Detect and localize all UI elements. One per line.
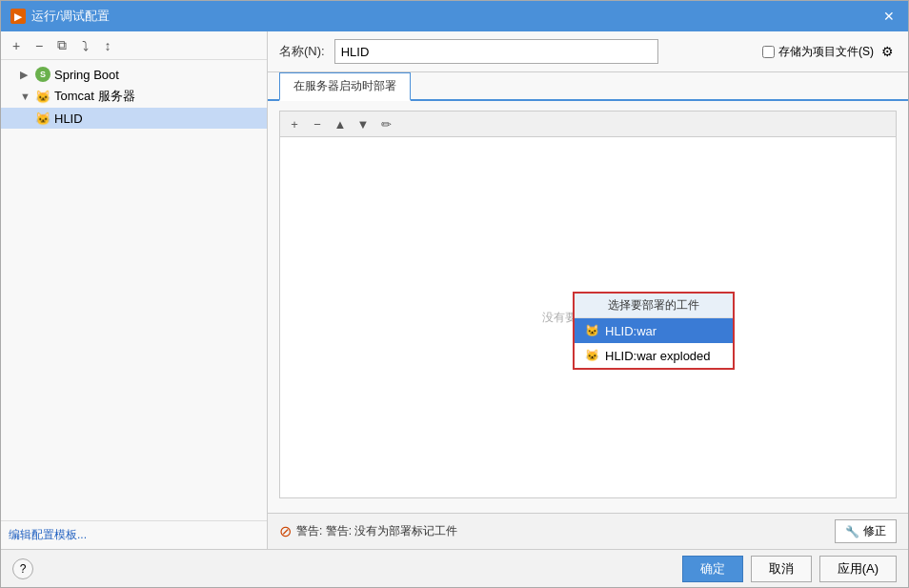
tree-item-hlid[interactable]: 🐱 HLID (1, 108, 267, 129)
add-config-button[interactable]: + (7, 36, 26, 55)
tomcat-icon: 🐱 (35, 89, 50, 104)
hlid-label: HLID (54, 112, 83, 126)
war-artifact-icon: 🐱 (584, 323, 599, 338)
fix-label: 修正 (863, 523, 886, 539)
store-label: 存储为项目文件(S) (778, 44, 874, 60)
config-tree: ▶ S Spring Boot ▼ 🐱 Tomcat 服务器 🐱 HLID (1, 60, 267, 520)
sort-config-button[interactable]: ↕ (98, 36, 117, 55)
hlid-icon: 🐱 (35, 111, 50, 126)
fix-icon: 🔧 (845, 525, 859, 538)
bottom-bar: ⊘ 警告: 警告: 没有为部署标记工件 🔧 修正 (268, 513, 908, 549)
dialog-title: 运行/调试配置 (31, 8, 110, 25)
artifact-dropdown-popup: 选择要部署的工件 🐱 HLID:war 🐱 HLID:war exploded (573, 292, 735, 370)
dialog-icon: ▶ (10, 9, 26, 24)
deploy-up-button[interactable]: ▲ (332, 115, 349, 132)
warning-text: 警告: 警告: 没有为部署标记工件 (296, 523, 457, 539)
close-button[interactable]: ✕ (879, 7, 899, 26)
store-checkbox-area: 存储为项目文件(S) ⚙ (762, 42, 897, 61)
footer: ? 确定 取消 应用(A) (1, 549, 908, 587)
deploy-remove-button[interactable]: − (309, 115, 326, 132)
dropdown-item-war[interactable]: 🐱 HLID:war (575, 318, 733, 343)
dropdown-item-war-exploded[interactable]: 🐱 HLID:war exploded (575, 343, 733, 368)
edit-templates-link[interactable]: 编辑配置模板... (9, 528, 87, 541)
spring-boot-expand-icon: ▶ (20, 69, 31, 81)
run-debug-config-dialog: ▶ 运行/调试配置 ✕ + − ⧉ ⤵ ↕ ▶ S Spring Boot (0, 0, 909, 588)
ok-button[interactable]: 确定 (682, 556, 743, 582)
gear-button[interactable]: ⚙ (878, 42, 897, 61)
main-content: + − ⧉ ⤵ ↕ ▶ S Spring Boot ▼ 🐱 Tomcat 服务器 (1, 31, 908, 549)
tab-deploy[interactable]: 在服务器启动时部署 (279, 72, 411, 101)
tree-item-spring-boot[interactable]: ▶ S Spring Boot (1, 64, 267, 85)
deploy-down-button[interactable]: ▼ (354, 115, 372, 132)
apply-button[interactable]: 应用(A) (819, 556, 897, 582)
config-toolbar: + − ⧉ ⤵ ↕ (1, 31, 267, 60)
copy-config-button[interactable]: ⧉ (52, 36, 71, 55)
warning-area: ⊘ 警告: 警告: 没有为部署标记工件 (279, 522, 827, 540)
left-bottom: 编辑配置模板... (1, 520, 267, 549)
name-field-label: 名称(N): (279, 43, 325, 60)
fix-button[interactable]: 🔧 修正 (835, 519, 897, 543)
warning-icon: ⊘ (279, 522, 292, 540)
tomcat-label: Tomcat 服务器 (54, 88, 135, 105)
right-header: 名称(N): 存储为项目文件(S) ⚙ (268, 31, 908, 72)
dropdown-title: 选择要部署的工件 (575, 294, 733, 318)
war-label: HLID:war (605, 324, 656, 338)
right-panel: 名称(N): 存储为项目文件(S) ⚙ 在服务器启动时部署 + − ▲ ▼ (268, 31, 908, 549)
tabs-bar: 在服务器启动时部署 (268, 72, 908, 101)
spring-boot-label: Spring Boot (54, 68, 119, 82)
deploy-panel: + − ▲ ▼ ✏ 没有要部署的内容 选择要部署的工件 🐱 HLID:war (268, 101, 908, 513)
deploy-add-button[interactable]: + (286, 115, 303, 132)
move-config-button[interactable]: ⤵ (75, 36, 94, 55)
help-button[interactable]: ? (12, 558, 33, 579)
left-panel: + − ⧉ ⤵ ↕ ▶ S Spring Boot ▼ 🐱 Tomcat 服务器 (1, 31, 268, 549)
deploy-edit-button[interactable]: ✏ (377, 115, 394, 132)
remove-config-button[interactable]: − (30, 36, 49, 55)
tree-item-tomcat[interactable]: ▼ 🐱 Tomcat 服务器 (1, 85, 267, 108)
title-bar: ▶ 运行/调试配置 ✕ (1, 1, 908, 31)
name-input[interactable] (334, 39, 658, 64)
tomcat-expand-icon: ▼ (20, 91, 31, 102)
spring-boot-icon: S (35, 67, 50, 82)
title-bar-left: ▶ 运行/调试配置 (10, 8, 110, 25)
store-checkbox[interactable] (762, 46, 775, 58)
deploy-toolbar: + − ▲ ▼ ✏ (279, 111, 897, 136)
war-exploded-label: HLID:war exploded (605, 349, 711, 363)
cancel-button[interactable]: 取消 (751, 556, 812, 582)
war-exploded-artifact-icon: 🐱 (584, 348, 599, 363)
